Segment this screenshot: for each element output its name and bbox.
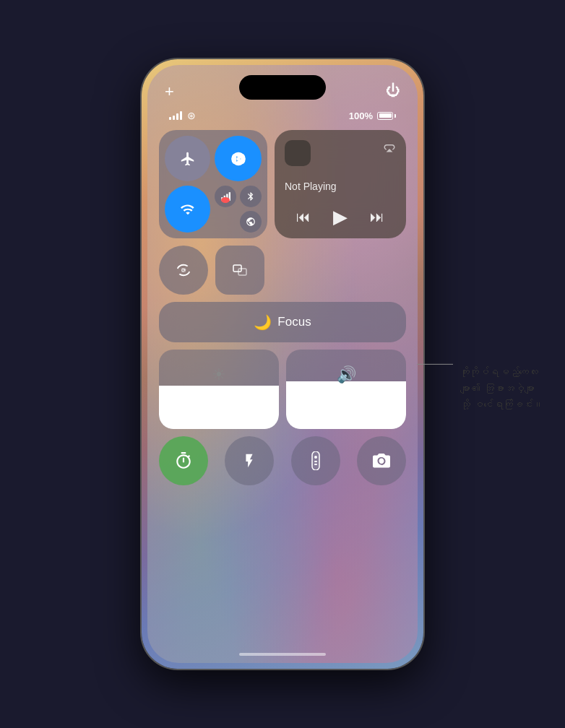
svg-rect-12 (314, 464, 317, 465)
sliders-row: ☀ 🔊 ♥ ♪ (159, 350, 406, 429)
not-playing-text: Not Playing (285, 181, 396, 192)
power-button[interactable]: ⏻ (386, 82, 400, 99)
callout-line (417, 364, 453, 365)
timer-button[interactable] (159, 436, 208, 485)
home-indicator (239, 653, 326, 656)
focus-row: 🌙 Focus (159, 302, 406, 342)
bottom-row (159, 436, 406, 485)
wifi-status-icon: ⊛ (187, 110, 196, 121)
volume-slider[interactable]: 🔊 ♥ ♪ (286, 350, 406, 429)
status-bar: ⊛ 100% (147, 107, 418, 124)
remote-button[interactable] (291, 436, 340, 485)
signal-strength (169, 111, 182, 120)
camera-button[interactable] (357, 436, 406, 485)
airdrop-button[interactable] (215, 136, 262, 181)
focus-button[interactable]: 🌙 Focus (159, 302, 406, 342)
connectivity-group (159, 130, 267, 238)
battery-body (377, 112, 393, 120)
callout-annotation: ကိုးကိုပ်ရမည့်ကလေး များ၏ အခြားအဝှဲများ သ… (417, 364, 543, 412)
flashlight-button[interactable] (225, 436, 274, 485)
bluetooth-button[interactable] (240, 186, 262, 207)
svg-rect-2 (224, 196, 225, 201)
brightness-icon: ☀ (212, 365, 226, 384)
media-top (285, 140, 396, 166)
callout-line2: များ၏ အခြားအဝှဲများ (460, 382, 535, 394)
rotate-lock-button[interactable]: ⟳ (159, 246, 208, 295)
svg-rect-1 (221, 197, 223, 201)
status-right: 100% (349, 110, 396, 121)
signal-bar-4 (180, 111, 182, 120)
battery-icon (377, 112, 396, 120)
fast-forward-button[interactable]: ⏭ (370, 209, 384, 225)
screen: + ⏻ ⊛ 100% (147, 65, 418, 663)
svg-text:⟳: ⟳ (181, 267, 186, 274)
media-app-icon (285, 140, 311, 166)
callout-connector (417, 364, 453, 365)
status-left: ⊛ (169, 110, 196, 121)
dynamic-island (239, 75, 326, 100)
callout-text: ကိုးကိုပ်ရမည့်ကလေး များ၏ အခြားအဝှဲများ သ… (460, 364, 543, 412)
play-button[interactable]: ▶ (333, 206, 348, 228)
media-controls: ⏮ ▶ ⏭ (285, 206, 396, 228)
mini-buttons-group (215, 186, 262, 233)
signal-bar-1 (169, 117, 171, 120)
globe-button[interactable] (240, 211, 262, 233)
volume-fill (286, 381, 406, 429)
iphone-frame: + ⏻ ⊛ 100% (142, 59, 423, 669)
control-center: Not Playing ⏮ ▶ ⏭ ⟳ (159, 130, 406, 493)
svg-point-10 (314, 456, 317, 459)
airplane-mode-button[interactable] (165, 136, 210, 181)
airplay-button[interactable] (383, 140, 396, 157)
media-player: Not Playing ⏮ ▶ ⏭ (275, 130, 406, 238)
focus-label: Focus (277, 315, 311, 329)
wifi-toggle-button[interactable] (165, 186, 210, 233)
rotate-icon-placeholder (215, 211, 236, 233)
battery-percent: 100% (349, 110, 373, 121)
svg-point-0 (236, 157, 241, 161)
row3: ⟳ (159, 246, 406, 295)
svg-rect-11 (314, 461, 317, 462)
scene: + ⏻ ⊛ 100% (0, 0, 565, 728)
volume-icon: 🔊 (337, 365, 356, 384)
screen-mirror-button[interactable] (215, 246, 264, 295)
top-row: Not Playing ⏮ ▶ ⏭ (159, 130, 406, 238)
rewind-button[interactable]: ⏮ (296, 209, 311, 225)
brightness-fill (159, 386, 279, 430)
battery-tip (394, 114, 396, 118)
callout-line1: ကိုးကိုပ်ရမည့်ကလေး (460, 366, 538, 378)
callout-line3: သို့ ဝင်ရောက်ခြင်း။ (460, 399, 543, 410)
cellular-button[interactable] (215, 186, 236, 207)
add-button[interactable]: + (165, 82, 174, 101)
signal-bar-3 (176, 113, 178, 120)
svg-rect-4 (229, 192, 230, 201)
brightness-slider[interactable]: ☀ (159, 350, 279, 429)
svg-rect-3 (226, 194, 228, 201)
battery-fill (379, 113, 392, 118)
signal-bar-2 (173, 116, 175, 120)
